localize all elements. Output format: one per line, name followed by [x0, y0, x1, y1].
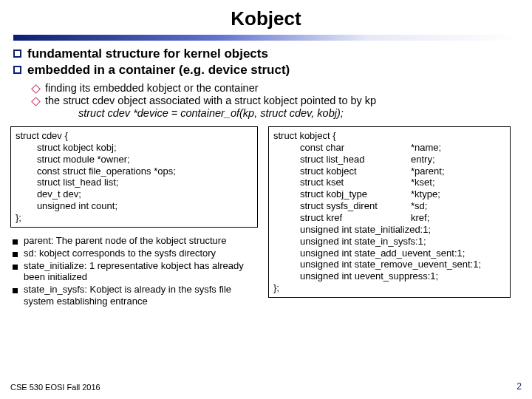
inline-code: struct cdev *device = container_of(kp, s… — [33, 107, 522, 119]
square-open-bullet-icon — [13, 50, 21, 58]
square-open-bullet-icon — [13, 66, 21, 74]
diamond-bullet-icon — [31, 97, 41, 106]
top-bullet-item: fundamental structure for kernel objects — [13, 47, 522, 61]
top-bullet-item: embedded in a container (e.g. device str… — [13, 63, 522, 78]
square-solid-bullet-icon — [13, 265, 18, 270]
sub-bullet-item: the struct cdev object associated with a… — [33, 95, 522, 106]
square-solid-bullet-icon — [13, 239, 18, 245]
notes-list: parent: The parent node of the kobject s… — [10, 235, 258, 307]
note-text: sd: kobject corresponds to the sysfs dir… — [24, 248, 216, 259]
sub-bullet-text: finding its embedded kobject or the cont… — [45, 82, 259, 94]
footer-course: CSE 530 EOSI Fall 2016 — [10, 383, 100, 392]
square-solid-bullet-icon — [13, 288, 18, 293]
top-bullets: fundamental structure for kernel objects… — [10, 47, 522, 78]
note-item: state_in_sysfs: Kobject is already in th… — [10, 284, 258, 307]
note-item: sd: kobject corresponds to the sysfs dir… — [10, 248, 258, 259]
square-solid-bullet-icon — [13, 252, 18, 257]
left-code-box: struct cdev { struct kobject kobj; struc… — [10, 126, 258, 228]
title-rule — [13, 35, 519, 41]
top-bullet-text: embedded in a container (e.g. device str… — [27, 63, 290, 78]
note-text: parent: The parent node of the kobject s… — [24, 235, 226, 247]
page-title: Kobject — [0, 7, 532, 30]
right-code-box: struct kobject {const char*name;struct l… — [268, 126, 511, 298]
top-bullet-text: fundamental structure for kernel objects — [27, 47, 268, 61]
note-text: state_initialize: 1 representative kobje… — [24, 260, 258, 284]
diamond-bullet-icon — [31, 84, 41, 94]
page-number: 2 — [516, 381, 522, 392]
sub-bullet-text: the struct cdev object associated with a… — [45, 95, 376, 106]
note-item: state_initialize: 1 representative kobje… — [10, 260, 258, 284]
note-item: parent: The parent node of the kobject s… — [10, 235, 258, 247]
sub-bullets: finding its embedded kobject or the cont… — [10, 82, 522, 119]
note-text: state_in_sysfs: Kobject is already in th… — [24, 284, 258, 307]
sub-bullet-item: finding its embedded kobject or the cont… — [33, 82, 522, 94]
